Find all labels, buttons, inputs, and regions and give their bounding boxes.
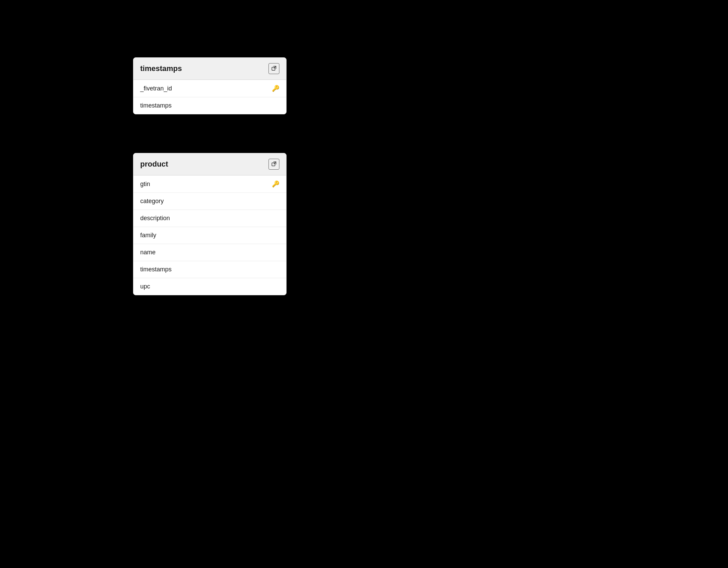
product-external-link-button[interactable] bbox=[268, 159, 279, 170]
table-row: description bbox=[133, 210, 286, 227]
product-table-header: product bbox=[133, 153, 286, 175]
field-label: category bbox=[140, 198, 164, 205]
timestamps-table-title: timestamps bbox=[140, 64, 182, 73]
external-link-icon bbox=[272, 161, 276, 167]
timestamps-table: timestamps _fivetran_id 🔑 timestamps bbox=[133, 57, 287, 114]
table-row: family bbox=[133, 227, 286, 244]
external-link-icon bbox=[272, 66, 276, 72]
table-row: name bbox=[133, 244, 286, 261]
key-icon: 🔑 bbox=[272, 85, 279, 92]
timestamps-external-link-button[interactable] bbox=[268, 63, 279, 74]
table-row: timestamps bbox=[133, 97, 286, 114]
table-row: gtin 🔑 bbox=[133, 175, 286, 193]
product-table: product gtin 🔑 category description fami… bbox=[133, 153, 287, 295]
table-row: category bbox=[133, 193, 286, 210]
field-label: family bbox=[140, 232, 156, 239]
key-icon: 🔑 bbox=[272, 180, 279, 188]
table-row: upc bbox=[133, 278, 286, 295]
field-label: timestamps bbox=[140, 266, 172, 273]
product-table-title: product bbox=[140, 160, 168, 169]
field-label: name bbox=[140, 249, 156, 256]
field-label: description bbox=[140, 215, 170, 222]
field-label: timestamps bbox=[140, 102, 172, 109]
field-label: upc bbox=[140, 283, 150, 290]
table-row: timestamps bbox=[133, 261, 286, 278]
field-label: _fivetran_id bbox=[140, 85, 172, 92]
table-row: _fivetran_id 🔑 bbox=[133, 80, 286, 97]
field-label: gtin bbox=[140, 181, 150, 188]
timestamps-table-header: timestamps bbox=[133, 58, 286, 80]
